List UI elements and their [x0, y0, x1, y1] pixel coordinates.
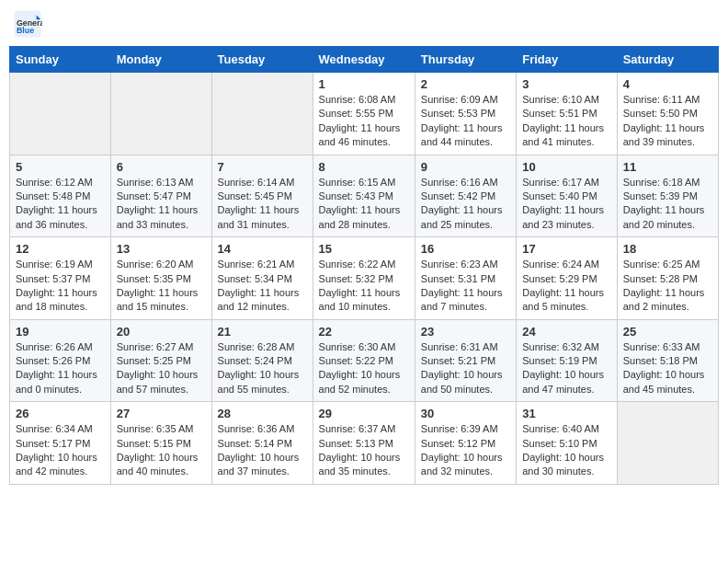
day-number: 21: [218, 325, 307, 339]
calendar-cell: 16Sunrise: 6:23 AM Sunset: 5:31 PM Dayli…: [415, 237, 516, 320]
day-number: 7: [218, 160, 307, 174]
calendar-week-3: 19Sunrise: 6:26 AM Sunset: 5:26 PM Dayli…: [10, 319, 719, 402]
day-number: 30: [421, 407, 510, 420]
day-number: 18: [623, 242, 712, 256]
day-number: 13: [117, 242, 206, 256]
day-number: 26: [16, 407, 105, 420]
day-info: Sunrise: 6:11 AM Sunset: 5:50 PM Dayligh…: [623, 93, 712, 150]
day-info: Sunrise: 6:31 AM Sunset: 5:21 PM Dayligh…: [421, 340, 510, 397]
day-info: Sunrise: 6:10 AM Sunset: 5:51 PM Dayligh…: [522, 93, 610, 150]
day-info: Sunrise: 6:27 AM Sunset: 5:25 PM Dayligh…: [117, 340, 206, 397]
calendar-cell: 7Sunrise: 6:14 AM Sunset: 5:45 PM Daylig…: [211, 155, 313, 237]
day-number: 25: [623, 325, 712, 339]
day-number: 27: [117, 407, 206, 420]
day-info: Sunrise: 6:15 AM Sunset: 5:43 PM Dayligh…: [319, 176, 409, 233]
day-number: 15: [319, 242, 409, 256]
calendar-cell: 15Sunrise: 6:22 AM Sunset: 5:32 PM Dayli…: [313, 237, 415, 320]
day-info: Sunrise: 6:35 AM Sunset: 5:15 PM Dayligh…: [117, 422, 206, 479]
calendar-cell: 6Sunrise: 6:13 AM Sunset: 5:47 PM Daylig…: [110, 155, 211, 237]
calendar-cell: 12Sunrise: 6:19 AM Sunset: 5:37 PM Dayli…: [10, 237, 111, 320]
day-info: Sunrise: 6:34 AM Sunset: 5:17 PM Dayligh…: [16, 422, 105, 479]
calendar-cell: 28Sunrise: 6:36 AM Sunset: 5:14 PM Dayli…: [211, 402, 313, 485]
day-info: Sunrise: 6:24 AM Sunset: 5:29 PM Dayligh…: [522, 258, 610, 315]
calendar-cell: 4Sunrise: 6:11 AM Sunset: 5:50 PM Daylig…: [617, 73, 718, 155]
calendar-cell: 26Sunrise: 6:34 AM Sunset: 5:17 PM Dayli…: [10, 402, 111, 485]
day-info: Sunrise: 6:33 AM Sunset: 5:18 PM Dayligh…: [623, 340, 712, 397]
day-number: 3: [522, 77, 610, 91]
day-info: Sunrise: 6:28 AM Sunset: 5:24 PM Dayligh…: [218, 340, 307, 397]
calendar-cell: 3Sunrise: 6:10 AM Sunset: 5:51 PM Daylig…: [517, 73, 617, 155]
calendar-cell: 24Sunrise: 6:32 AM Sunset: 5:19 PM Dayli…: [517, 319, 617, 402]
calendar-cell: 10Sunrise: 6:17 AM Sunset: 5:40 PM Dayli…: [517, 155, 617, 237]
calendar-cell: 14Sunrise: 6:21 AM Sunset: 5:34 PM Dayli…: [211, 237, 313, 320]
calendar-cell: 1Sunrise: 6:08 AM Sunset: 5:55 PM Daylig…: [313, 73, 415, 155]
calendar-cell: 17Sunrise: 6:24 AM Sunset: 5:29 PM Dayli…: [517, 237, 617, 320]
day-number: 11: [623, 160, 712, 174]
day-number: 9: [421, 160, 510, 174]
day-number: 31: [522, 407, 610, 420]
calendar-cell: 9Sunrise: 6:16 AM Sunset: 5:42 PM Daylig…: [415, 155, 516, 237]
day-info: Sunrise: 6:37 AM Sunset: 5:13 PM Dayligh…: [319, 422, 409, 479]
calendar-cell: 27Sunrise: 6:35 AM Sunset: 5:15 PM Dayli…: [110, 402, 211, 485]
calendar-cell: [10, 73, 111, 155]
calendar-cell: 19Sunrise: 6:26 AM Sunset: 5:26 PM Dayli…: [10, 319, 111, 402]
day-number: 8: [319, 160, 409, 174]
day-number: 28: [218, 407, 307, 420]
day-info: Sunrise: 6:20 AM Sunset: 5:35 PM Dayligh…: [117, 258, 206, 315]
day-number: 5: [16, 160, 105, 174]
calendar-cell: 30Sunrise: 6:39 AM Sunset: 5:12 PM Dayli…: [415, 402, 516, 485]
day-number: 19: [16, 325, 105, 339]
day-info: Sunrise: 6:12 AM Sunset: 5:48 PM Dayligh…: [16, 176, 105, 233]
calendar-cell: [211, 73, 313, 155]
page: General Blue SundayMondayTuesdayWednesda…: [0, 0, 728, 494]
day-info: Sunrise: 6:23 AM Sunset: 5:31 PM Dayligh…: [421, 258, 510, 315]
calendar-week-0: 1Sunrise: 6:08 AM Sunset: 5:55 PM Daylig…: [10, 73, 719, 155]
calendar-cell: 2Sunrise: 6:09 AM Sunset: 5:53 PM Daylig…: [415, 73, 516, 155]
day-info: Sunrise: 6:09 AM Sunset: 5:53 PM Dayligh…: [421, 93, 510, 150]
day-info: Sunrise: 6:14 AM Sunset: 5:45 PM Dayligh…: [218, 176, 307, 233]
day-number: 12: [16, 242, 105, 256]
calendar-header-sunday: Sunday: [10, 47, 111, 73]
svg-text:Blue: Blue: [17, 26, 34, 35]
day-number: 4: [623, 77, 712, 91]
day-info: Sunrise: 6:36 AM Sunset: 5:14 PM Dayligh…: [218, 422, 307, 479]
calendar-header-monday: Monday: [110, 47, 211, 73]
calendar-header-row: SundayMondayTuesdayWednesdayThursdayFrid…: [10, 47, 719, 73]
day-info: Sunrise: 6:21 AM Sunset: 5:34 PM Dayligh…: [218, 258, 307, 315]
calendar-week-2: 12Sunrise: 6:19 AM Sunset: 5:37 PM Dayli…: [10, 237, 719, 320]
day-info: Sunrise: 6:16 AM Sunset: 5:42 PM Dayligh…: [421, 176, 510, 233]
logo-icon: General Blue: [13, 9, 42, 39]
calendar-week-4: 26Sunrise: 6:34 AM Sunset: 5:17 PM Dayli…: [10, 402, 719, 485]
day-number: 1: [319, 77, 409, 91]
calendar-cell: 23Sunrise: 6:31 AM Sunset: 5:21 PM Dayli…: [415, 319, 516, 402]
day-number: 2: [421, 77, 510, 91]
day-info: Sunrise: 6:22 AM Sunset: 5:32 PM Dayligh…: [319, 258, 409, 315]
day-info: Sunrise: 6:08 AM Sunset: 5:55 PM Dayligh…: [319, 93, 409, 150]
day-info: Sunrise: 6:13 AM Sunset: 5:47 PM Dayligh…: [117, 176, 206, 233]
day-info: Sunrise: 6:40 AM Sunset: 5:10 PM Dayligh…: [522, 422, 610, 479]
header: General Blue: [9, 9, 719, 39]
day-number: 23: [421, 325, 510, 339]
day-number: 20: [117, 325, 206, 339]
calendar-week-1: 5Sunrise: 6:12 AM Sunset: 5:48 PM Daylig…: [10, 155, 719, 237]
day-info: Sunrise: 6:32 AM Sunset: 5:19 PM Dayligh…: [522, 340, 610, 397]
calendar-cell: [110, 73, 211, 155]
calendar-header-friday: Friday: [517, 47, 617, 73]
calendar-cell: 21Sunrise: 6:28 AM Sunset: 5:24 PM Dayli…: [211, 319, 313, 402]
day-info: Sunrise: 6:17 AM Sunset: 5:40 PM Dayligh…: [522, 176, 610, 233]
day-number: 10: [522, 160, 610, 174]
calendar-cell: 22Sunrise: 6:30 AM Sunset: 5:22 PM Dayli…: [313, 319, 415, 402]
day-info: Sunrise: 6:39 AM Sunset: 5:12 PM Dayligh…: [421, 422, 510, 479]
day-info: Sunrise: 6:30 AM Sunset: 5:22 PM Dayligh…: [319, 340, 409, 397]
day-info: Sunrise: 6:18 AM Sunset: 5:39 PM Dayligh…: [623, 176, 712, 233]
calendar-cell: 5Sunrise: 6:12 AM Sunset: 5:48 PM Daylig…: [10, 155, 111, 237]
calendar-cell: 31Sunrise: 6:40 AM Sunset: 5:10 PM Dayli…: [517, 402, 617, 485]
day-number: 22: [319, 325, 409, 339]
day-number: 29: [319, 407, 409, 420]
day-info: Sunrise: 6:26 AM Sunset: 5:26 PM Dayligh…: [16, 340, 105, 397]
calendar-cell: 18Sunrise: 6:25 AM Sunset: 5:28 PM Dayli…: [617, 237, 718, 320]
calendar-cell: 8Sunrise: 6:15 AM Sunset: 5:43 PM Daylig…: [313, 155, 415, 237]
calendar: SundayMondayTuesdayWednesdayThursdayFrid…: [9, 46, 719, 485]
calendar-cell: 13Sunrise: 6:20 AM Sunset: 5:35 PM Dayli…: [110, 237, 211, 320]
day-number: 16: [421, 242, 510, 256]
